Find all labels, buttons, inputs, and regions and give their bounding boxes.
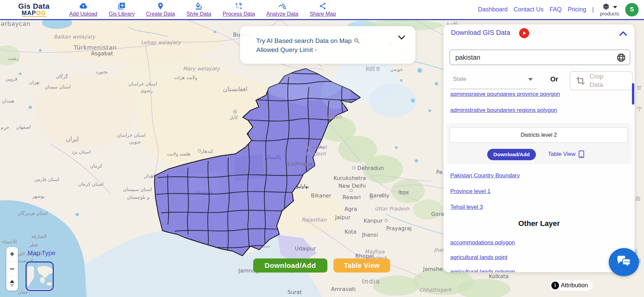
table-view-label: Table View bbox=[548, 151, 576, 158]
world-map-icon bbox=[27, 262, 54, 291]
nav-dashboard-link[interactable]: Dashboard bbox=[478, 6, 508, 13]
map-download-add-button[interactable]: Download/Add bbox=[253, 258, 327, 273]
layer-link[interactable]: agricultural lands point bbox=[450, 254, 507, 261]
route-edit-icon bbox=[235, 2, 243, 10]
top-links: administrative boundaries province polyg… bbox=[450, 93, 625, 122]
nav-pricing-link[interactable]: Pricing bbox=[568, 6, 586, 13]
or-label: Or bbox=[550, 75, 558, 83]
nav-share-map[interactable]: Share Map bbox=[310, 2, 336, 17]
map-table-view-button[interactable]: Table View bbox=[333, 258, 390, 273]
nav-label: Style Data bbox=[186, 11, 211, 17]
nav-process-data[interactable]: Process Data bbox=[223, 2, 255, 17]
download-gis-panel: Download GIS Data State Or Crop Data adm… bbox=[444, 24, 635, 272]
layer-link[interactable]: Province level 1 bbox=[450, 188, 491, 195]
layer-link[interactable]: agricultural lands polygon bbox=[450, 269, 515, 272]
nav-divider: | bbox=[592, 6, 594, 13]
info-icon: i bbox=[551, 282, 559, 289]
panel-title: Download GIS Data bbox=[451, 29, 510, 37]
panel-scrollbar-thumb[interactable] bbox=[632, 83, 634, 105]
chevron-down-icon bbox=[613, 6, 617, 8]
attribution-label: Attribution bbox=[561, 282, 588, 289]
chevron-up-icon[interactable] bbox=[618, 29, 628, 37]
layer-link[interactable]: administrative boundaries regions polygo… bbox=[450, 107, 625, 114]
ai-search-overlay[interactable]: Try AI Based search Data on Map Allowed … bbox=[240, 26, 415, 64]
chevron-down-icon[interactable] bbox=[397, 34, 406, 42]
top-navbar: Gis Data MAPOG Add Upload Gis Library Cr… bbox=[0, 0, 644, 20]
state-select-label: State bbox=[453, 76, 466, 82]
layer-search-box bbox=[450, 50, 630, 65]
nav-gis-library[interactable]: Gis Library bbox=[109, 2, 135, 17]
nav-contact-link[interactable]: Contact Us bbox=[514, 6, 544, 13]
logo-og: OG bbox=[36, 10, 46, 16]
layer-link[interactable]: Tehsil level 3 bbox=[450, 204, 483, 211]
cube-icon bbox=[602, 3, 610, 11]
nav-create-data[interactable]: Create Data bbox=[146, 2, 175, 17]
nav-add-upload[interactable]: Add Upload bbox=[69, 2, 97, 17]
arrow-down-icon bbox=[10, 284, 14, 287]
zoom-in-button[interactable]: + bbox=[6, 247, 18, 261]
crop-data-button[interactable]: Crop Data bbox=[570, 71, 633, 90]
paint-fill-icon bbox=[195, 2, 203, 10]
zoom-out-button[interactable]: − bbox=[6, 262, 18, 276]
nav-style-data[interactable]: Style Data bbox=[186, 2, 211, 17]
logo-line1: Gis Data bbox=[12, 2, 56, 10]
products-label: products bbox=[600, 11, 619, 16]
chat-bubbles-icon bbox=[616, 255, 632, 269]
selected-layer-name: Districts level 2 bbox=[450, 127, 628, 143]
table-view-link[interactable]: Table View bbox=[548, 150, 585, 158]
tablet-icon bbox=[578, 150, 585, 158]
crop-data-label: Crop Data bbox=[590, 72, 613, 89]
nav-label: Share Map bbox=[310, 11, 336, 17]
layer-link[interactable]: Pakistan Country Boundary bbox=[450, 172, 520, 179]
selected-layer-card: Districts level 2 Download/Add Table Vie… bbox=[447, 123, 632, 164]
layer-search-input[interactable] bbox=[455, 50, 610, 65]
query-stats-icon bbox=[278, 2, 286, 10]
share-icon bbox=[319, 2, 327, 10]
nav-analyze-data[interactable]: Analyze Data bbox=[266, 2, 298, 17]
tilt-spinner[interactable] bbox=[6, 276, 18, 291]
download-add-button[interactable]: Download/Add bbox=[487, 149, 536, 160]
app-logo[interactable]: Gis Data MAPOG bbox=[12, 2, 56, 17]
youtube-icon[interactable] bbox=[519, 28, 530, 39]
ai-line1: Try AI Based search Data on Map bbox=[256, 37, 352, 44]
state-select[interactable]: State bbox=[450, 70, 536, 89]
map-type-thumbnail[interactable] bbox=[26, 261, 54, 291]
chevron-down-icon bbox=[528, 78, 533, 81]
globe-icon[interactable] bbox=[616, 53, 626, 62]
nav-label: Gis Library bbox=[109, 11, 135, 17]
nav-label: Analyze Data bbox=[266, 11, 298, 17]
chat-widget-button[interactable] bbox=[609, 248, 639, 276]
crop-icon bbox=[576, 76, 585, 85]
magnifier-emoji-icon bbox=[354, 38, 360, 44]
attribution-control[interactable]: i Attribution bbox=[550, 280, 593, 291]
user-avatar[interactable]: S bbox=[625, 3, 639, 16]
cloud-upload-icon bbox=[79, 2, 87, 10]
zoom-controls: + − bbox=[6, 247, 18, 291]
layer-link[interactable]: administrative boundaries province polyg… bbox=[450, 93, 625, 98]
nav-label: Process Data bbox=[223, 11, 255, 17]
map-type-label: Map Type bbox=[28, 249, 55, 257]
location-pin-icon bbox=[156, 2, 165, 10]
nav-right: Dashboard Contact Us FAQ Pricing | produ… bbox=[478, 3, 639, 16]
logo-map: MAP bbox=[21, 10, 36, 16]
nav-faq-link[interactable]: FAQ bbox=[550, 6, 562, 13]
products-menu[interactable]: products bbox=[600, 3, 619, 16]
arrow-up-icon bbox=[10, 280, 14, 283]
other-layer-heading: Other Layer bbox=[444, 219, 635, 228]
nav-label: Create Data bbox=[146, 11, 175, 17]
layer-link[interactable]: accommodations polygon bbox=[450, 239, 515, 246]
ai-line2: Allowed Query Limit - bbox=[256, 46, 317, 54]
library-add-icon bbox=[118, 2, 126, 10]
nav-tools: Add Upload Gis Library Create Data Style… bbox=[69, 2, 336, 17]
nav-label: Add Upload bbox=[69, 11, 97, 17]
